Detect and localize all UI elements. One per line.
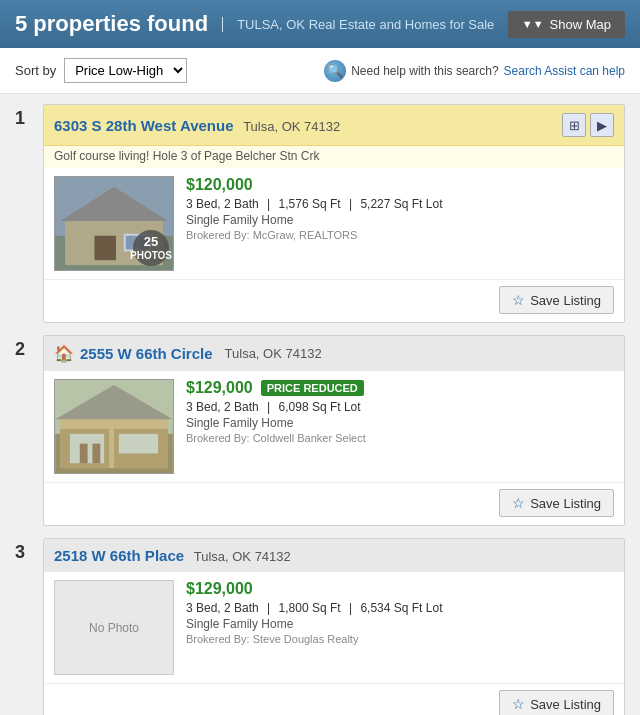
sort-left: Sort by Price Low-High Price High-Low Ne… — [15, 58, 187, 83]
compare-icon-1[interactable]: ⊞ — [562, 113, 586, 137]
photo-container-1[interactable]: 25 PHOTOS — [54, 176, 174, 271]
tour-icon-1[interactable]: ▶ — [590, 113, 614, 137]
address-street-3: 2518 W 66th Place — [54, 547, 184, 564]
star-icon-3: ☆ — [512, 696, 525, 712]
card-header-3: 2518 W 66th Place Tulsa, OK 74132 — [44, 539, 624, 572]
listing-card-2: 🏠 2555 W 66th Circle Tulsa, OK 74132 — [43, 335, 625, 526]
photos-label-1: PHOTOS — [130, 250, 172, 261]
listings-container: 1 6303 S 28th West Avenue Tulsa, OK 7413… — [0, 94, 640, 715]
save-listing-label-2: Save Listing — [530, 496, 601, 511]
card-footer-1: ☆ Save Listing — [44, 279, 624, 322]
sort-select[interactable]: Price Low-High Price High-Low Newest Bed… — [64, 58, 187, 83]
listing-number-1: 1 — [15, 108, 35, 129]
show-map-button[interactable]: ▼▼ Show Map — [508, 11, 625, 38]
listing-card-1: 6303 S 28th West Avenue Tulsa, OK 74132 … — [43, 104, 625, 323]
pipe-3: | — [267, 400, 270, 414]
address-street-1: 6303 S 28th West Avenue — [54, 117, 234, 134]
card-body-3: No Photo $129,000 3 Bed, 2 Bath | 1,800 … — [44, 572, 624, 683]
sort-by-label: Sort by — [15, 63, 56, 78]
price-value-2: $129,000 — [186, 379, 253, 397]
card-footer-2: ☆ Save Listing — [44, 482, 624, 525]
listing-info-3: $129,000 3 Bed, 2 Bath | 1,800 Sq Ft | 6… — [186, 580, 614, 645]
broker-1: Brokered By: McGraw, REALTORS — [186, 229, 614, 241]
address-city-3: Tulsa, OK 74132 — [194, 549, 291, 564]
properties-found: 5 properties found — [15, 11, 208, 37]
price-2: $129,000 PRICE REDUCED — [186, 379, 614, 397]
pipe-4: | — [267, 601, 270, 615]
beds-2: 3 Bed, 2 Bath — [186, 400, 259, 414]
save-listing-button-3[interactable]: ☆ Save Listing — [499, 690, 614, 715]
details-row-2: 3 Bed, 2 Bath | 6,098 Sq Ft Lot — [186, 400, 614, 414]
lot-3: 6,534 Sq Ft Lot — [360, 601, 442, 615]
listing-wrapper-1: 1 6303 S 28th West Avenue Tulsa, OK 7413… — [15, 104, 625, 323]
save-listing-label-3: Save Listing — [530, 697, 601, 712]
sort-bar: Sort by Price Low-High Price High-Low Ne… — [0, 48, 640, 94]
address-city-1: Tulsa, OK 74132 — [243, 119, 340, 134]
lot-1: 5,227 Sq Ft Lot — [360, 197, 442, 211]
details-row-3: 3 Bed, 2 Bath | 1,800 Sq Ft | 6,534 Sq F… — [186, 601, 614, 615]
address-1[interactable]: 6303 S 28th West Avenue Tulsa, OK 74132 — [54, 117, 340, 134]
sqft-1: 1,576 Sq Ft — [279, 197, 341, 211]
svg-rect-16 — [80, 444, 88, 464]
address-3[interactable]: 2518 W 66th Place Tulsa, OK 74132 — [54, 547, 291, 564]
header-subtitle: TULSA, OK Real Estate and Homes for Sale — [222, 17, 494, 32]
card-footer-3: ☆ Save Listing — [44, 683, 624, 715]
listing-info-2: $129,000 PRICE REDUCED 3 Bed, 2 Bath | 6… — [186, 379, 614, 444]
prop-type-2: Single Family Home — [186, 416, 614, 430]
beds-3: 3 Bed, 2 Bath — [186, 601, 259, 615]
card-header-2: 🏠 2555 W 66th Circle Tulsa, OK 74132 — [44, 336, 624, 371]
card-header-1: 6303 S 28th West Avenue Tulsa, OK 74132 … — [44, 105, 624, 145]
page-header: 5 properties found TULSA, OK Real Estate… — [0, 0, 640, 48]
no-photo-placeholder-3: No Photo — [54, 580, 174, 675]
pipe-1: | — [267, 197, 270, 211]
search-assist-icon: 🔍 — [324, 60, 346, 82]
svg-rect-17 — [92, 444, 100, 464]
star-icon-2: ☆ — [512, 495, 525, 511]
address-2[interactable]: 🏠 2555 W 66th Circle Tulsa, OK 74132 — [54, 344, 322, 363]
search-assist-area: 🔍 Need help with this search? Search Ass… — [324, 60, 625, 82]
beds-1: 3 Bed, 2 Bath — [186, 197, 259, 211]
listing-card-3: 2518 W 66th Place Tulsa, OK 74132 No Pho… — [43, 538, 625, 715]
listing-number-3: 3 — [15, 542, 35, 563]
listing-number-2: 2 — [15, 339, 35, 360]
header-left: 5 properties found TULSA, OK Real Estate… — [15, 11, 494, 37]
lot-2: 6,098 Sq Ft Lot — [279, 400, 361, 414]
price-value-1: $120,000 — [186, 176, 253, 194]
photo-count-1: 25 — [144, 235, 158, 249]
svg-rect-4 — [94, 236, 116, 260]
card-body-2: $129,000 PRICE REDUCED 3 Bed, 2 Bath | 6… — [44, 371, 624, 482]
address-street-2: 2555 W 66th Circle — [80, 345, 213, 362]
details-row-1: 3 Bed, 2 Bath | 1,576 Sq Ft | 5,227 Sq F… — [186, 197, 614, 211]
listing-wrapper-2: 2 🏠 2555 W 66th Circle Tulsa, OK 74132 — [15, 335, 625, 526]
sqft-3: 1,800 Sq Ft — [279, 601, 341, 615]
address-city-2: Tulsa, OK 74132 — [225, 346, 322, 361]
price-3: $129,000 — [186, 580, 614, 598]
tagline-1: Golf course living! Hole 3 of Page Belch… — [44, 145, 624, 168]
search-assist-link[interactable]: Search Assist can help — [504, 64, 625, 78]
listing-info-1: $120,000 3 Bed, 2 Bath | 1,576 Sq Ft | 5… — [186, 176, 614, 241]
photo-container-3: No Photo — [54, 580, 174, 675]
star-icon-1: ☆ — [512, 292, 525, 308]
save-listing-button-1[interactable]: ☆ Save Listing — [499, 286, 614, 314]
house-icon-2: 🏠 — [54, 344, 74, 363]
broker-3: Brokered By: Steve Douglas Realty — [186, 633, 614, 645]
need-help-text: Need help with this search? — [351, 64, 498, 78]
save-listing-label-1: Save Listing — [530, 293, 601, 308]
listing-photo-2 — [54, 379, 174, 474]
photo-container-2[interactable] — [54, 379, 174, 474]
save-listing-button-2[interactable]: ☆ Save Listing — [499, 489, 614, 517]
card-body-1: 25 PHOTOS $120,000 3 Bed, 2 Bath | 1,576… — [44, 168, 624, 279]
listing-wrapper-3: 3 2518 W 66th Place Tulsa, OK 74132 No P… — [15, 538, 625, 715]
price-1: $120,000 — [186, 176, 614, 194]
prop-type-3: Single Family Home — [186, 617, 614, 631]
pipe-5: | — [349, 601, 352, 615]
pipe-2: | — [349, 197, 352, 211]
svg-rect-15 — [119, 434, 158, 454]
prop-type-1: Single Family Home — [186, 213, 614, 227]
chevron-down-icon: ▼▼ — [522, 18, 544, 30]
photo-count-badge-1: 25 PHOTOS — [133, 230, 169, 266]
price-value-3: $129,000 — [186, 580, 253, 598]
price-reduced-badge-2: PRICE REDUCED — [261, 380, 364, 396]
header-icons-1: ⊞ ▶ — [562, 113, 614, 137]
broker-2: Brokered By: Coldwell Banker Select — [186, 432, 614, 444]
